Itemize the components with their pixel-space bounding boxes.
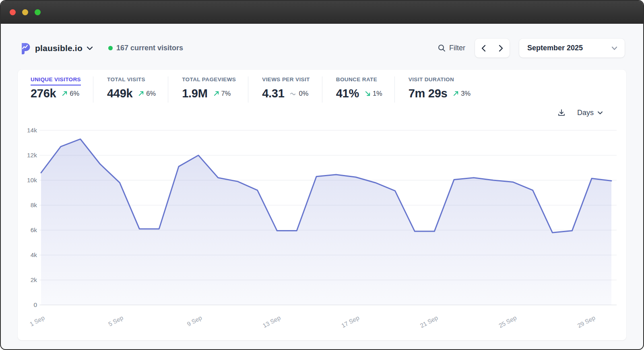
stats-row: UNIQUE VISITORS 276k 6% TOTAL VISITS 449… <box>18 76 626 103</box>
stat-views-per-visit[interactable]: VIEWS PER VISIT 4.31 0% <box>248 76 322 103</box>
previous-period-button[interactable] <box>475 39 492 58</box>
stat-delta: 1% <box>365 90 382 97</box>
svg-text:1 Sep: 1 Sep <box>29 314 46 327</box>
visitors-chart: 02k4k6k8k10k12k14k1 Sep5 Sep9 Sep13 Sep1… <box>21 121 626 334</box>
stat-delta: 6% <box>138 90 156 97</box>
svg-text:9 Sep: 9 Sep <box>186 314 203 327</box>
svg-text:2k: 2k <box>31 276 37 283</box>
plausible-logo-icon <box>20 42 31 54</box>
chevron-down-icon <box>611 46 617 50</box>
svg-text:12k: 12k <box>27 152 37 159</box>
search-icon <box>438 44 446 52</box>
svg-text:17 Sep: 17 Sep <box>340 314 360 329</box>
next-period-button[interactable] <box>492 39 510 58</box>
svg-text:21 Sep: 21 Sep <box>419 314 439 329</box>
svg-text:6k: 6k <box>31 226 37 233</box>
trend-up-icon <box>138 91 144 97</box>
current-visitors-label: 167 current visitors <box>116 44 183 52</box>
window-titlebar <box>1 1 643 24</box>
svg-text:13 Sep: 13 Sep <box>262 314 282 329</box>
stat-total-visits[interactable]: TOTAL VISITS 449k 6% <box>93 76 168 103</box>
stat-label: TOTAL VISITS <box>107 76 156 82</box>
stat-label: VIEWS PER VISIT <box>262 76 310 82</box>
stat-value: 1.9M <box>182 87 207 100</box>
stat-delta: 7% <box>213 90 231 97</box>
svg-text:25 Sep: 25 Sep <box>497 314 518 329</box>
svg-text:0: 0 <box>33 301 37 308</box>
date-range-select[interactable]: September 2025 <box>519 39 625 58</box>
trend-up-icon <box>453 91 459 97</box>
live-dot-icon <box>108 46 113 50</box>
filter-label: Filter <box>449 44 465 52</box>
close-window-button[interactable] <box>10 9 16 15</box>
chart-canvas[interactable]: 02k4k6k8k10k12k14k1 Sep5 Sep9 Sep13 Sep1… <box>21 121 623 332</box>
chevron-down-icon <box>597 111 603 115</box>
svg-text:14k: 14k <box>27 127 37 134</box>
chevron-down-icon <box>87 46 93 50</box>
export-download-button[interactable] <box>557 108 566 117</box>
zoom-window-button[interactable] <box>35 9 41 15</box>
period-nav <box>475 39 510 58</box>
app-window: plausible.io 167 current visitors Filter <box>0 0 644 350</box>
stat-delta: 3% <box>453 90 471 97</box>
site-picker[interactable]: plausible.io <box>20 42 93 54</box>
site-name: plausible.io <box>35 43 83 53</box>
stat-value: 276k <box>31 87 56 100</box>
trend-down-icon <box>365 91 371 97</box>
chart-controls: Days <box>18 106 626 119</box>
stat-value: 4.31 <box>262 87 284 100</box>
dashboard-header: plausible.io 167 current visitors Filter <box>20 39 625 58</box>
interval-select[interactable]: Days <box>577 109 603 117</box>
trend-flat-icon <box>290 91 297 96</box>
stat-value: 41% <box>336 87 359 100</box>
stat-label: TOTAL PAGEVIEWS <box>182 76 236 82</box>
stat-label: VISIT DURATION <box>409 76 471 82</box>
date-range-label: September 2025 <box>527 44 583 52</box>
download-icon <box>557 108 566 117</box>
interval-label: Days <box>577 109 594 117</box>
stat-delta: 0% <box>290 90 308 97</box>
svg-text:4k: 4k <box>31 251 37 258</box>
stat-value: 7m 29s <box>409 87 448 100</box>
stat-visit-duration[interactable]: VISIT DURATION 7m 29s 3% <box>394 76 483 103</box>
svg-text:10k: 10k <box>27 177 37 183</box>
stat-delta: 6% <box>62 90 79 97</box>
stat-label: BOUNCE RATE <box>336 76 382 82</box>
stat-unique-visitors[interactable]: UNIQUE VISITORS 276k 6% <box>31 76 93 103</box>
trend-up-icon <box>213 91 219 97</box>
trend-up-icon <box>62 91 68 97</box>
stat-total-pageviews[interactable]: TOTAL PAGEVIEWS 1.9M 7% <box>168 76 248 103</box>
filter-button[interactable]: Filter <box>438 44 465 52</box>
svg-text:5 Sep: 5 Sep <box>107 314 124 327</box>
minimize-window-button[interactable] <box>22 9 28 15</box>
stat-bounce-rate[interactable]: BOUNCE RATE 41% 1% <box>322 76 394 103</box>
stat-value: 449k <box>107 87 132 100</box>
current-visitors[interactable]: 167 current visitors <box>108 44 183 52</box>
svg-text:29 Sep: 29 Sep <box>576 314 597 329</box>
analytics-card: UNIQUE VISITORS 276k 6% TOTAL VISITS 449… <box>18 70 626 340</box>
stat-label: UNIQUE VISITORS <box>31 76 81 82</box>
svg-text:8k: 8k <box>31 202 37 208</box>
